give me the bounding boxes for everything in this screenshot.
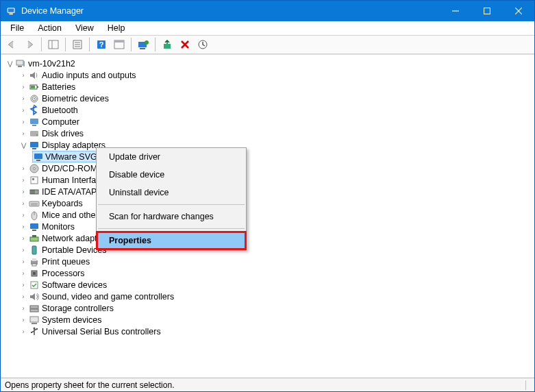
scan-hardware-button[interactable]	[195, 36, 211, 53]
tree-category[interactable]: › Bluetooth	[18, 104, 530, 116]
forward-button[interactable]	[21, 36, 38, 53]
expand-collapse-icon[interactable]: ›	[18, 280, 28, 290]
close-button[interactable]	[503, 1, 534, 21]
titlebar: Device Manager	[1, 1, 534, 21]
tree-category[interactable]: › Batteries	[18, 81, 530, 93]
svg-rect-29	[31, 86, 35, 88]
svg-rect-38	[32, 148, 36, 149]
expand-collapse-icon[interactable]: ›	[18, 210, 28, 220]
expand-collapse-icon[interactable]: ›	[18, 106, 28, 115]
svg-point-42	[34, 167, 36, 169]
expand-collapse-icon[interactable]: ⋁	[5, 59, 14, 69]
expand-collapse-icon[interactable]: ›	[18, 292, 28, 302]
hid-icon	[28, 175, 40, 186]
svg-rect-65	[30, 306, 38, 308]
expand-collapse-icon[interactable]: ›	[18, 257, 28, 267]
svg-rect-56	[30, 237, 38, 241]
monitor-icon	[28, 221, 40, 232]
expand-collapse-icon[interactable]: ›	[18, 269, 28, 278]
expand-collapse-icon[interactable]: ›	[18, 164, 28, 173]
context-menu-uninstall-device[interactable]: Uninstall device	[97, 184, 246, 201]
svg-rect-34	[32, 125, 36, 126]
mouse-icon	[28, 210, 40, 221]
tree-category[interactable]: › Storage controllers	[18, 302, 530, 314]
svg-rect-73	[31, 332, 32, 333]
help-button[interactable]: ?	[93, 36, 110, 53]
expand-collapse-icon[interactable]: ›	[18, 245, 28, 255]
expand-collapse-icon[interactable]: ⋁	[18, 140, 28, 150]
svg-rect-37	[30, 142, 38, 147]
expand-collapse-icon[interactable]: ›	[18, 71, 28, 80]
tree-category[interactable]: › Processors	[18, 267, 530, 279]
expand-collapse-icon[interactable]: ›	[18, 175, 28, 185]
svg-rect-25	[18, 66, 22, 67]
tree-category[interactable]: › Software devices	[18, 279, 530, 291]
bluetooth-icon	[28, 105, 40, 116]
svg-rect-54	[30, 223, 38, 229]
update-driver-button[interactable]	[135, 36, 151, 53]
context-menu-scan-for-hardware-changes[interactable]: Scan for hardware changes	[97, 208, 246, 225]
tree-category[interactable]: › Computer	[18, 116, 530, 127]
context-menu-properties[interactable]: Properties	[97, 232, 246, 249]
category-label: System devices	[42, 315, 102, 325]
expand-collapse-icon[interactable]: ›	[18, 187, 28, 197]
tree-category[interactable]: › Disk drives	[18, 127, 530, 139]
battery-icon	[28, 82, 40, 93]
menu-separator	[98, 228, 245, 229]
category-label: Audio inputs and outputs	[42, 71, 136, 80]
enable-device-button[interactable]	[159, 36, 175, 53]
app-icon	[6, 5, 17, 16]
svg-rect-2	[10, 14, 13, 15]
menu-help[interactable]: Help	[101, 22, 132, 34]
back-button[interactable]	[3, 36, 20, 53]
svg-point-74	[36, 328, 38, 329]
svg-rect-7	[49, 40, 58, 49]
expand-collapse-icon[interactable]: ›	[18, 199, 28, 208]
expand-collapse-icon[interactable]: ›	[18, 82, 28, 92]
expand-collapse-icon[interactable]: ›	[18, 315, 28, 325]
properties-button[interactable]	[69, 36, 86, 53]
device-tree[interactable]: ⋁ vm-10v21h2 › Audio inputs and outputs …	[1, 54, 534, 378]
tree-category[interactable]: › System devices	[18, 314, 530, 326]
tree-category[interactable]: › Print queues	[18, 256, 530, 267]
toolbar: ?	[1, 35, 534, 54]
minimize-button[interactable]	[440, 1, 471, 21]
expand-collapse-icon[interactable]: ›	[18, 222, 28, 232]
tree-root-node[interactable]: ⋁ vm-10v21h2	[5, 58, 530, 69]
tree-category[interactable]: › Sound, video and game controllers	[18, 291, 530, 302]
menu-action[interactable]: Action	[31, 22, 69, 34]
menubar: File Action View Help	[1, 21, 534, 35]
system-icon	[28, 315, 40, 326]
show-hide-console-tree-button[interactable]	[45, 36, 62, 53]
monitor-icon	[28, 140, 40, 151]
menu-file[interactable]: File	[3, 22, 31, 34]
action-toolbar-button[interactable]	[111, 36, 127, 53]
svg-rect-60	[32, 258, 36, 261]
uninstall-device-button[interactable]	[177, 36, 193, 53]
keyboard-icon	[28, 198, 40, 209]
tree-category[interactable]: › Audio inputs and outputs	[18, 69, 530, 81]
svg-rect-24	[16, 60, 23, 65]
expand-collapse-icon[interactable]: ›	[18, 234, 28, 243]
context-menu-update-driver[interactable]: Update driver	[97, 148, 246, 166]
statusbar-text: Opens property sheet for the current sel…	[5, 380, 182, 390]
context-menu-disable-device[interactable]: Disable device	[97, 166, 246, 184]
expand-collapse-icon[interactable]: ›	[18, 129, 28, 138]
expand-collapse-icon[interactable]: ›	[18, 117, 28, 127]
computer-icon	[14, 58, 27, 69]
expand-collapse-icon[interactable]: ›	[18, 94, 28, 103]
fingerprint-icon	[28, 93, 40, 104]
network-icon	[28, 233, 40, 244]
window-title: Device Manager	[21, 6, 84, 16]
category-label: Batteries	[42, 82, 75, 92]
maximize-button[interactable]	[471, 1, 503, 21]
svg-rect-16	[114, 40, 124, 42]
expand-collapse-icon[interactable]: ›	[18, 327, 28, 336]
category-label: Disk drives	[42, 129, 84, 138]
menu-view[interactable]: View	[69, 22, 101, 34]
computer-icon	[28, 117, 40, 127]
svg-rect-28	[37, 86, 38, 88]
tree-category[interactable]: › Universal Serial Bus controllers	[18, 326, 530, 337]
tree-category[interactable]: › Biometric devices	[18, 93, 530, 104]
expand-collapse-icon[interactable]: ›	[18, 304, 28, 313]
